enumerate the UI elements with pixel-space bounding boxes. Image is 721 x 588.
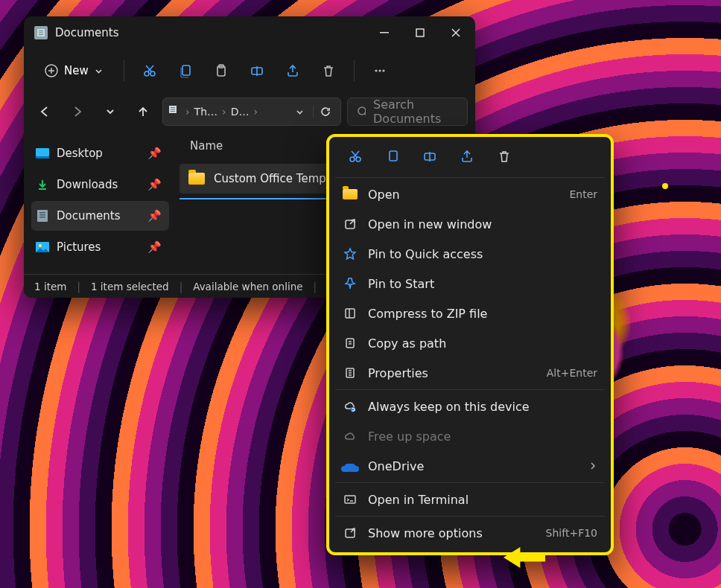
new-label: New xyxy=(64,64,89,77)
ctx-pin-start[interactable]: Pin to Start xyxy=(329,269,611,298)
svg-rect-35 xyxy=(346,339,354,348)
command-bar: New xyxy=(24,49,475,92)
sidebar-item-downloads[interactable]: Downloads 📌 xyxy=(31,170,169,199)
more-options-icon xyxy=(343,525,358,540)
minimize-button[interactable] xyxy=(366,16,402,49)
ctx-label: Copy as path xyxy=(368,336,446,351)
share-button[interactable] xyxy=(278,56,308,86)
svg-rect-3 xyxy=(39,34,43,35)
ctx-label: OneDrive xyxy=(368,459,424,473)
cut-button[interactable] xyxy=(344,145,366,167)
sidebar-item-label: Documents xyxy=(57,209,121,223)
back-button[interactable] xyxy=(31,98,58,125)
ctx-open[interactable]: Open Enter xyxy=(329,179,611,209)
svg-rect-17 xyxy=(171,107,175,108)
address-dropdown[interactable] xyxy=(291,108,308,116)
context-menu: Open Enter Open in new window Pin to Qui… xyxy=(326,134,614,555)
search-icon xyxy=(357,106,366,118)
close-button[interactable] xyxy=(438,16,474,49)
ctx-compress-zip[interactable]: Compress to ZIP file xyxy=(329,298,611,328)
svg-rect-23 xyxy=(37,210,48,222)
svg-rect-19 xyxy=(171,111,175,112)
ellipsis-icon xyxy=(372,63,387,78)
svg-rect-5 xyxy=(416,29,424,36)
ctx-keep-on-device[interactable]: Always keep on this device xyxy=(329,392,611,421)
selection-underline xyxy=(180,198,343,199)
search-placeholder: Search Documents xyxy=(373,98,458,126)
forward-button[interactable] xyxy=(64,98,91,125)
copy-icon xyxy=(385,149,400,164)
trash-icon xyxy=(497,149,512,164)
ctx-label: Always keep on this device xyxy=(368,400,530,414)
ctx-properties[interactable]: Properties Alt+Enter xyxy=(329,358,611,388)
ctx-label: Show more options xyxy=(368,526,483,540)
ctx-show-more-options[interactable]: Show more options Shift+F10 xyxy=(329,518,611,548)
svg-rect-26 xyxy=(39,217,45,218)
ctx-label: Pin to Start xyxy=(368,277,434,291)
svg-rect-4 xyxy=(380,32,389,33)
ctx-label: Open xyxy=(368,188,400,202)
svg-rect-9 xyxy=(182,65,190,75)
column-label: Name xyxy=(190,139,223,153)
copy-button[interactable] xyxy=(171,56,200,86)
highlight-dot xyxy=(662,183,668,189)
open-window-icon xyxy=(343,217,358,231)
breadcrumb-seg[interactable]: Th… xyxy=(194,106,217,118)
sidebar-item-label: Downloads xyxy=(57,178,118,191)
copy-path-icon xyxy=(343,336,358,351)
cut-button[interactable] xyxy=(135,56,165,86)
address-bar[interactable]: › Th… › D… › xyxy=(162,98,341,126)
pin-icon: 📌 xyxy=(147,147,162,160)
ctx-open-new-window[interactable]: Open in new window xyxy=(329,209,611,239)
star-icon xyxy=(343,246,358,261)
ctx-label: Open in Terminal xyxy=(368,493,469,507)
svg-rect-2 xyxy=(39,33,43,33)
new-button[interactable]: New xyxy=(34,60,113,82)
ctx-hint: Shift+F10 xyxy=(546,527,597,539)
sidebar-item-pictures[interactable]: Pictures 📌 xyxy=(31,232,169,262)
more-button[interactable] xyxy=(365,56,395,86)
ctx-label: Pin to Quick access xyxy=(368,247,483,261)
download-icon xyxy=(36,178,49,191)
svg-rect-22 xyxy=(36,156,49,159)
document-icon xyxy=(169,106,181,118)
delete-button[interactable] xyxy=(493,145,515,167)
paste-button[interactable] xyxy=(206,56,236,86)
ctx-onedrive[interactable]: OneDrive xyxy=(329,451,611,481)
delete-button[interactable] xyxy=(314,56,343,86)
search-box[interactable]: Search Documents xyxy=(347,98,468,126)
rename-button[interactable] xyxy=(419,145,441,167)
breadcrumb-seg[interactable]: D… xyxy=(231,106,250,118)
status-availability: Available when online xyxy=(193,281,302,293)
up-button[interactable] xyxy=(130,98,156,125)
ctx-open-terminal[interactable]: Open in Terminal xyxy=(329,485,611,514)
document-icon xyxy=(34,26,48,39)
pin-icon: 📌 xyxy=(147,240,162,254)
svg-point-14 xyxy=(378,69,381,71)
share-button[interactable] xyxy=(456,145,478,167)
rename-button[interactable] xyxy=(242,56,272,86)
svg-rect-21 xyxy=(36,148,49,156)
sidebar-item-label: Pictures xyxy=(57,240,101,254)
svg-rect-25 xyxy=(39,214,45,216)
refresh-button[interactable] xyxy=(313,106,334,118)
folder-icon xyxy=(188,173,205,185)
maximize-button[interactable] xyxy=(402,16,438,49)
titlebar[interactable]: Documents xyxy=(24,16,475,49)
ctx-label: Free up space xyxy=(368,429,451,444)
svg-rect-24 xyxy=(39,212,45,214)
ctx-copy-path[interactable]: Copy as path xyxy=(329,328,611,358)
sidebar-item-documents[interactable]: Documents 📌 xyxy=(31,201,169,231)
status-selected: 1 item selected xyxy=(91,281,169,293)
sidebar-item-label: Desktop xyxy=(57,147,103,160)
terminal-icon xyxy=(343,492,358,507)
folder-icon xyxy=(343,189,358,199)
ctx-free-up-space[interactable]: Free up space xyxy=(329,421,611,451)
sidebar-item-desktop[interactable]: Desktop 📌 xyxy=(31,138,169,168)
pin-icon: 📌 xyxy=(147,178,162,191)
copy-button[interactable] xyxy=(381,145,404,167)
desktop-icon xyxy=(36,147,49,160)
ctx-pin-quick-access[interactable]: Pin to Quick access xyxy=(329,239,611,269)
recent-locations-button[interactable] xyxy=(97,98,124,125)
document-icon xyxy=(36,209,49,223)
